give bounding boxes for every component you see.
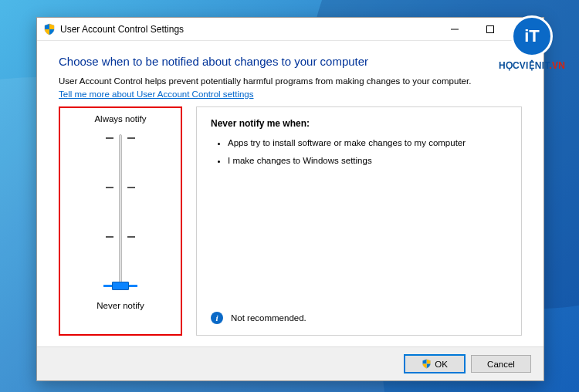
watermark-text: HỌCVIỆNIT.VN: [499, 60, 565, 71]
info-bullet-list: Apps try to install software or make cha…: [211, 137, 507, 174]
page-description: User Account Control helps prevent poten…: [59, 76, 522, 88]
info-icon: i: [211, 312, 223, 324]
notification-slider[interactable]: [93, 131, 147, 293]
slider-top-label: Always notify: [94, 114, 146, 123]
window-title: User Account Control Settings: [60, 24, 437, 35]
titlebar[interactable]: User Account Control Settings: [37, 18, 543, 41]
help-link[interactable]: Tell me more about User Account Control …: [59, 90, 522, 99]
watermark-badge: iT: [511, 15, 553, 57]
svg-rect-1: [487, 25, 494, 32]
watermark-logo: iT HỌCVIỆNIT.VN: [499, 15, 565, 71]
content-area: Choose when to be notified about changes…: [37, 41, 543, 346]
uac-settings-window: User Account Control Settings Choose whe…: [36, 17, 544, 381]
page-heading: Choose when to be notified about changes…: [59, 55, 522, 68]
info-bullet: Apps try to install software or make cha…: [228, 137, 507, 150]
uac-shield-icon: [43, 23, 56, 35]
slider-thumb[interactable]: [112, 282, 129, 290]
notification-info-panel: Never notify me when: Apps try to instal…: [196, 106, 522, 336]
info-bullet: I make changes to Windows settings: [228, 154, 507, 168]
recommendation-text: Not recommended.: [231, 313, 306, 323]
cancel-button-label: Cancel: [487, 360, 515, 369]
dialog-footer: OK Cancel: [37, 346, 543, 380]
ok-button-label: OK: [435, 360, 448, 369]
ok-button[interactable]: OK: [405, 355, 465, 373]
info-title: Never notify me when:: [211, 118, 507, 129]
uac-shield-icon: [422, 359, 432, 369]
notification-slider-panel: Always notify Never notify: [59, 106, 182, 336]
minimize-button[interactable]: [437, 18, 472, 40]
slider-bottom-label: Never notify: [96, 301, 144, 310]
cancel-button[interactable]: Cancel: [471, 355, 531, 373]
